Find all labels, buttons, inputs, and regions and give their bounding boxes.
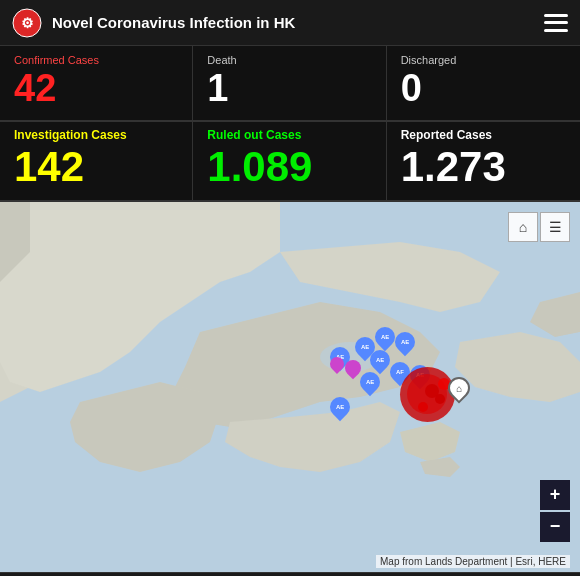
- map-controls-top: ⌂ ☰: [508, 212, 570, 242]
- reported-label: Reported Cases: [401, 128, 566, 142]
- discharged-label: Discharged: [401, 54, 566, 66]
- stats-top-row: Confirmed Cases 42 Death 1 Discharged 0: [0, 46, 580, 122]
- map-list-button[interactable]: ☰: [540, 212, 570, 242]
- discharged-value: 0: [401, 68, 566, 110]
- map-attribution: Map from Lands Department | Esri, HERE: [376, 555, 570, 568]
- zoom-in-button[interactable]: +: [540, 480, 570, 510]
- death-label: Death: [207, 54, 371, 66]
- reported-value: 1.273: [401, 144, 566, 190]
- confirmed-cases-label: Confirmed Cases: [14, 54, 178, 66]
- map-zoom-controls: + −: [540, 480, 570, 542]
- app-footer: ◁ Map: [0, 572, 580, 576]
- map-home-button[interactable]: ⌂: [508, 212, 538, 242]
- red-dot-4: [418, 402, 428, 412]
- death-cell: Death 1: [193, 46, 386, 120]
- investigation-value: 142: [14, 144, 178, 190]
- investigation-label: Investigation Cases: [14, 128, 178, 142]
- svg-text:⚙: ⚙: [21, 15, 34, 31]
- confirmed-cases-cell: Confirmed Cases 42: [0, 46, 193, 120]
- ruledout-label: Ruled out Cases: [207, 128, 371, 142]
- discharged-cell: Discharged 0: [387, 46, 580, 120]
- map-area[interactable]: AE AE AE AE AE AF AE AE AE ⌂ ⌂ ☰ +: [0, 202, 580, 572]
- menu-icon[interactable]: [544, 14, 568, 32]
- app-header: ⚙ Novel Coronavirus Infection in HK: [0, 0, 580, 46]
- zoom-out-button[interactable]: −: [540, 512, 570, 542]
- confirmed-cases-value: 42: [14, 68, 178, 110]
- ruledout-value: 1.089: [207, 144, 371, 190]
- death-value: 1: [207, 68, 371, 110]
- ruledout-cell: Ruled out Cases 1.089: [193, 122, 386, 200]
- reported-cell: Reported Cases 1.273: [387, 122, 580, 200]
- app-title: Novel Coronavirus Infection in HK: [52, 14, 544, 31]
- stats-bottom-row: Investigation Cases 142 Ruled out Cases …: [0, 122, 580, 202]
- map-svg: [0, 202, 580, 572]
- app-logo: ⚙: [12, 8, 42, 38]
- investigation-cell: Investigation Cases 142: [0, 122, 193, 200]
- red-dot-3: [435, 394, 445, 404]
